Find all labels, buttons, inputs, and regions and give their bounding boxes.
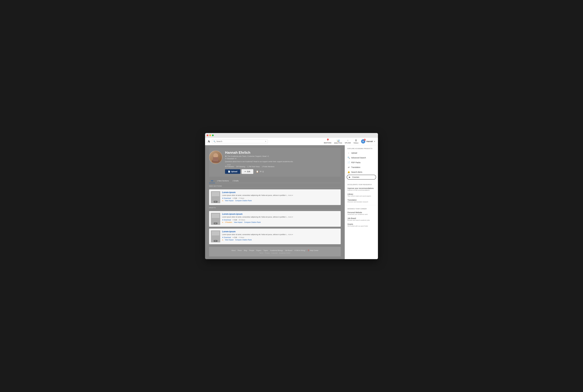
profile-more-link[interactable]: … more (225, 164, 341, 166)
org-icon: 🏛 (225, 155, 227, 157)
close-button[interactable] (207, 134, 208, 136)
readers-count: 3 Readers (225, 222, 232, 223)
footer: About Press Blog People Papers Topics Ac… (209, 247, 341, 256)
tag-icon: 🏷 (225, 158, 227, 160)
paper-edit-button[interactable]: ✏ Edit (233, 197, 237, 199)
google-scholar-icon[interactable]: g (262, 170, 264, 173)
sidebar-item-translation-accel[interactable]: Translation Discover and translate resea… (345, 198, 378, 204)
analytics-nav[interactable]: 📊 ANALYTICS (334, 139, 342, 144)
sidebar-item-upload[interactable]: ↑ Upload (345, 151, 378, 155)
paper-actions: ⬇ Download ✏ Edit 29 Views (222, 219, 339, 221)
copyright-link[interactable]: Copyright (271, 252, 277, 254)
sidebar-item-pdf-packs[interactable]: 📄 PDF Packs (345, 160, 378, 165)
sidebar: EXPLORE ACADEMIA PRODUCTS ↑ Upload 🔍 Adv… (345, 145, 378, 259)
paper-title[interactable]: Lorem-ipsum (222, 191, 339, 194)
grants-title: Grants (348, 223, 375, 225)
citation-rank-link[interactable]: Compare Citation Rank (244, 222, 261, 223)
drafts-label: DRAFTS (209, 207, 341, 210)
new-sections-label: NEW SECTIONS (209, 185, 341, 188)
paper-thumbnail: PDF (211, 191, 220, 203)
job-board-link[interactable]: Job Board (285, 250, 292, 252)
upload-nav[interactable]: ↑ UPLOAD (345, 139, 351, 144)
analytics-icon: 📊 (337, 139, 340, 142)
citation-rank-link[interactable]: Compare Citation Rank (235, 200, 252, 202)
translation-accel-sub: Discover and translate research (348, 201, 375, 203)
abstract-more-link[interactable]: more ▾ (288, 234, 293, 236)
footer-legal: Terms Privacy Copyright Academia ©2022 (212, 252, 338, 254)
search-sidebar-icon: 🔍 (348, 156, 350, 159)
tools-nav[interactable]: ⠿ TOOLS (354, 139, 358, 144)
sidebar-item-courses[interactable]: ▶ Courses (347, 175, 376, 180)
download-button[interactable]: ⬇ Download (222, 236, 231, 238)
download-button[interactable]: ⬇ Download (222, 197, 231, 199)
user-name: Hannah (366, 140, 373, 142)
sidebar-item-job-board[interactable]: Job Board Browse and search academic job… (345, 216, 378, 222)
press-link[interactable]: Press (238, 250, 242, 252)
sidebar-upload-label: Upload (351, 152, 357, 154)
view-impact-link[interactable]: View Impact (234, 222, 242, 223)
abstract-more-link[interactable]: more ▾ (288, 194, 293, 196)
abstract-more-link[interactable]: more ▾ (288, 216, 293, 218)
paper-item: PDF Lorem-ipsum-ipsum Lorem ipsum dolor … (209, 211, 341, 227)
search-icon: 🔍 (213, 140, 216, 142)
download-button[interactable]: ⬇ Download (222, 219, 231, 221)
titlebar (205, 133, 378, 138)
explore-section-title: EXPLORE ACADEMIA PRODUCTS (345, 148, 378, 151)
upload-icon: ↑ (347, 139, 348, 142)
paper-content: Lorem-ipsum-ipsum Lorem ipsum dolor sit … (222, 213, 339, 225)
email-icon[interactable]: ✉ (260, 170, 261, 173)
terms-link[interactable]: Terms (259, 252, 263, 254)
topics-link[interactable]: Topics (263, 250, 268, 252)
minimize-button[interactable] (209, 134, 211, 136)
blog-link[interactable]: Blog (244, 250, 247, 252)
sidebar-item-advanced-search[interactable]: 🔍 Advanced Search (345, 155, 378, 160)
sidebar-item-library[interactable]: Library Your recent reads and saved pape… (345, 192, 378, 198)
mentions-badge: 4 (327, 138, 329, 140)
citation-rank-link[interactable]: Compare Citation Rank (235, 239, 252, 241)
search-bar[interactable]: 🔍 ▼ (212, 140, 268, 143)
tab-drafts[interactable]: 2 Drafts (231, 179, 240, 183)
user-menu-button[interactable]: H 40 Hannah ▼ (361, 139, 375, 144)
view-impact-link[interactable]: View Impact (225, 239, 233, 241)
sidebar-item-search-alerts[interactable]: 🔔 Search Alerts (345, 170, 378, 174)
privacy-link[interactable]: Privacy (265, 252, 270, 254)
logo[interactable]: A (208, 140, 210, 143)
personal-website-title: Personal Website (348, 212, 375, 214)
sidebar-item-grants[interactable]: Grants Get funded with our grant finder (345, 222, 378, 228)
paper-thumbnail: PDF (211, 230, 220, 242)
cv-icon[interactable]: 📋 (256, 170, 259, 173)
paper-edit-button[interactable]: ✏ Edit (233, 236, 237, 238)
academia-icon: 𝐀 (222, 200, 223, 202)
navbar: A 🔍 ▼ 𝄈 4 MENTIONS 📊 ANALYTICS ↑ UPLOAD (205, 138, 378, 145)
papers-link[interactable]: Papers (256, 250, 261, 252)
sidebar-search-alerts-label: Search Alerts (351, 171, 362, 173)
maximize-button[interactable] (212, 134, 214, 136)
sidebar-item-personal-website[interactable]: Personal Website Showcase your academic … (345, 210, 378, 216)
tab-new-sections[interactable]: 1 New Sections (215, 179, 231, 183)
paper-title[interactable]: Lorem-ipsum (222, 230, 339, 233)
sidebar-item-translation[interactable]: ⇄ Translation (345, 165, 378, 170)
paper-title[interactable]: Lorem-ipsum-ipsum (222, 213, 339, 215)
app-window: A 🔍 ▼ 𝄈 4 MENTIONS 📊 ANALYTICS ↑ UPLOAD (205, 133, 378, 259)
profile-bio: Questions about how to use Academia? Hea… (225, 160, 341, 163)
hiring-link[interactable]: ✉ We're Hiring! (295, 250, 305, 252)
user-chevron-icon: ▼ (374, 141, 375, 142)
search-input[interactable] (216, 140, 264, 142)
upload-label: UPLOAD (345, 142, 351, 144)
paper-edit-button[interactable]: ✏ Edit (233, 219, 237, 221)
search-caret-icon: ▼ (265, 140, 266, 142)
edit-button[interactable]: ✏ Edit (241, 169, 253, 174)
paper-abstract: Lorem ipsum dolor sit amet, consectetur … (222, 216, 339, 218)
help-center-link[interactable]: ❓ Help Center (308, 250, 318, 252)
upload-button[interactable]: 📄 Upload (225, 169, 240, 174)
people-link[interactable]: People (249, 250, 254, 252)
recommendations-title: Improve your recommendations (348, 187, 375, 189)
pdf-badge: PDF (214, 222, 217, 224)
academia-biology-link[interactable]: Academia Biology (270, 250, 283, 252)
translation-accel-title: Translation (348, 199, 375, 201)
tab-all[interactable]: All (209, 179, 215, 183)
about-link[interactable]: About (231, 250, 235, 252)
view-impact-link[interactable]: View Impact (225, 200, 233, 202)
sidebar-item-recommendations[interactable]: Improve your recommendations Improve on-… (345, 186, 378, 192)
mentions-nav[interactable]: 𝄈 4 MENTIONS (324, 139, 331, 144)
